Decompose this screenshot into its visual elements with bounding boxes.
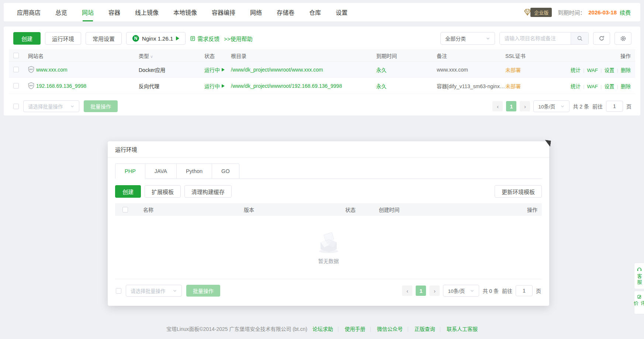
env-create-button[interactable]: 创建 [115,185,141,198]
refresh-icon [599,35,605,41]
op-settings-link[interactable]: 设置 [604,68,614,73]
site-status[interactable]: 运行中 [204,82,231,90]
batch-operation-bar: 请选择批量操作 批量操作 ‹ 1 › 10条/页 共 2 条 前往 页 [4,94,640,112]
env-batch-select-placeholder: 请选择批量操作 [131,287,166,294]
op-delete-link[interactable]: 删除 [621,84,631,89]
col-header-type[interactable]: 类型∨ [139,52,204,59]
site-root-path[interactable]: /www/dk_project/wwwroot/www.xxx.com [231,67,376,73]
select-all-checkbox[interactable] [13,53,19,58]
nav-tab-compose[interactable]: 容器编排 [212,3,235,21]
nav-tab-app-store[interactable]: 应用商店 [17,3,41,21]
dialog-header[interactable]: 运行环境 [108,141,549,158]
batch-select-all-checkbox[interactable] [13,104,19,109]
footer-link-support[interactable]: 联系人工客服 [447,326,478,332]
type-filter-chevron-icon[interactable]: ∨ [150,54,153,59]
table-row: WAF www.xxx.com Docker应用 运行中 /www/dk_pro… [9,62,635,78]
site-name-link[interactable]: WAF www.xxx.com [28,66,139,73]
per-page-select[interactable]: 10条/页 [533,100,569,112]
goto-page-input[interactable] [606,101,623,112]
op-waf-link[interactable]: WAF [587,68,598,73]
nav-tab-settings[interactable]: 设置 [336,3,347,21]
op-waf-link[interactable]: WAF [587,84,598,89]
op-settings-link[interactable]: 设置 [604,84,614,89]
nav-tab-network[interactable]: 网络 [250,3,262,21]
customer-service-widget[interactable]: 客服 [634,263,644,289]
nginx-play-icon[interactable] [176,36,179,41]
renew-link[interactable]: 续费 [620,8,631,16]
table-header-row: 网站名 类型∨ 状态 根目录 到期时间 备注 SSL证书 操作 [9,49,635,62]
op-separator: | [600,84,602,89]
site-status[interactable]: 运行中 [204,66,231,73]
footer-link-manual[interactable]: 使用手册 [345,326,366,332]
gear-icon [620,35,626,42]
nav-tab-online-images[interactable]: 线上镜像 [135,3,159,21]
search-input[interactable] [500,32,571,44]
edition-area[interactable]: 企业版 [523,8,552,17]
op-stats-link[interactable]: 统计 [571,68,581,73]
search-button[interactable] [571,32,588,44]
category-select[interactable]: 全部分类 [440,32,495,45]
nav-tab-volumes[interactable]: 存储卷 [277,3,294,21]
site-name-link[interactable]: WAF 192.168.69.136_9998 [28,82,139,89]
site-expire[interactable]: 永久 [376,66,437,73]
nav-tab-overview[interactable]: 总览 [55,3,67,21]
batch-apply-button[interactable]: 批量操作 [84,100,118,112]
next-page-button[interactable]: › [520,101,530,111]
feedback-link[interactable]: 需求反馈 [190,35,219,42]
site-note[interactable]: 容器[dify_v113_sm63-nginx-1]的 [437,82,505,90]
site-expire[interactable]: 永久 [376,82,437,90]
table-settings-button[interactable] [614,32,631,45]
ssl-status[interactable]: 未部署 [505,66,566,73]
tab-php[interactable]: PHP [115,163,145,179]
nav-tab-container[interactable]: 容器 [108,3,120,21]
footer: 宝塔Linux面板©2014-2025 广东堡塔安全技术有限公司 (bt.cn)… [0,325,644,332]
chevron-down-icon [470,288,474,293]
extend-template-button[interactable]: 扩展模板 [145,185,181,198]
env-pagination: ‹ 1 › 10条/页 共 0 条 前往 页 [402,285,541,297]
op-delete-link[interactable]: 删除 [621,68,631,73]
op-stats-link[interactable]: 统计 [571,84,581,89]
site-note[interactable]: www.xxx.com [437,67,505,73]
prev-page-button[interactable]: ‹ [492,101,503,111]
create-site-button[interactable]: 创建 [13,32,41,45]
ssl-status[interactable]: 未部署 [505,82,566,90]
help-link[interactable]: >>使用帮助 [224,35,253,42]
footer-link-wechat[interactable]: 微信公众号 [377,326,403,332]
env-per-page-select[interactable]: 10条/页 [443,285,479,297]
nginx-version-button[interactable]: N Nginx 1.26.1 [126,32,186,45]
footer-link-license-check[interactable]: 正版查询 [415,326,435,332]
update-env-template-button[interactable]: 更新环境模板 [495,185,542,198]
env-batch-apply-button[interactable]: 批量操作 [186,285,220,297]
env-batch-action-select[interactable]: 请选择批量操作 [126,285,182,297]
env-select-all-checkbox[interactable] [122,207,128,212]
clean-build-cache-button[interactable]: 清理构建缓存 [184,185,232,198]
nav-tab-website[interactable]: 网站 [82,3,94,21]
pagination: ‹ 1 › 10条/页 共 2 条 前往 页 [492,100,631,112]
env-page-1-button[interactable]: 1 [416,286,426,296]
footer-separator: | [370,326,371,332]
env-page-unit-label: 页 [536,287,541,294]
col-header-root: 根目录 [231,52,376,59]
runtime-env-button[interactable]: 运行环境 [45,32,81,45]
tab-java[interactable]: JAVA [145,163,177,179]
env-goto-page-input[interactable] [516,285,533,296]
dialog-corner-fold[interactable] [544,140,551,147]
row-checkbox[interactable] [13,67,19,72]
tab-python[interactable]: Python [177,163,212,179]
feedback-rating-widget[interactable]: 评价 [634,291,644,314]
env-prev-page-button[interactable]: ‹ [402,286,412,296]
nav-tab-registry[interactable]: 仓库 [309,3,321,21]
env-next-page-button[interactable]: › [429,286,440,296]
env-batch-select-all-checkbox[interactable] [116,288,121,294]
nav-tab-local-images[interactable]: 本地镜像 [173,3,197,21]
common-settings-button[interactable]: 常用设置 [86,32,122,45]
col-header-status: 状态 [204,52,231,59]
batch-action-select[interactable]: 请选择批量操作 [23,100,79,112]
page-1-button[interactable]: 1 [506,101,516,111]
row-checkbox[interactable] [13,83,19,89]
footer-link-forum[interactable]: 论坛求助 [312,326,333,332]
col-header-name: 网站名 [28,52,139,59]
tab-go[interactable]: GO [212,163,239,179]
site-root-path[interactable]: /www/dk_project/wwwroot/192.168.69.136_9… [231,83,376,89]
refresh-button[interactable] [593,32,610,45]
